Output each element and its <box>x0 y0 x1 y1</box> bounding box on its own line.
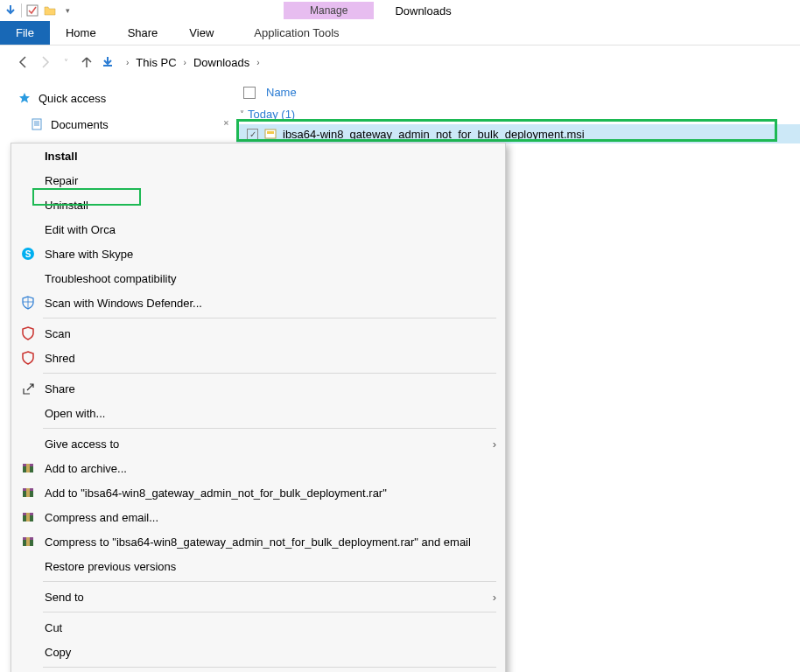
dropdown-caret-icon[interactable]: ▾ <box>60 4 74 18</box>
menu-label: Troubleshoot compatibility <box>45 272 496 285</box>
tab-home[interactable]: Home <box>50 21 112 45</box>
forward-button[interactable] <box>37 54 53 70</box>
group-today[interactable]: ˅ Today (1) <box>236 104 800 124</box>
svg-rect-17 <box>26 513 30 522</box>
context-menu: Install Repair Uninstall Edit with Orca … <box>11 143 506 672</box>
winrar-icon <box>20 534 36 550</box>
menu-label: Share <box>45 382 496 396</box>
menu-add-to-rar[interactable]: Add to "ibsa64-win8_gateway_admin_not_fo… <box>11 480 505 505</box>
file-name: ibsa64-win8_gateway_admin_not_for_bulk_d… <box>283 128 585 141</box>
chevron-right-icon[interactable]: › <box>126 58 129 67</box>
tab-view[interactable]: View <box>173 21 229 45</box>
menu-uninstall[interactable]: Uninstall <box>11 192 505 217</box>
menu-troubleshoot[interactable]: Troubleshoot compatibility <box>11 266 505 290</box>
menu-compress-email[interactable]: Compress and email... <box>11 505 505 529</box>
breadcrumb: › This PC › Downloads › <box>126 54 260 71</box>
winrar-icon <box>20 509 36 525</box>
menu-add-archive[interactable]: Add to archive... <box>11 456 505 480</box>
back-button[interactable] <box>16 54 32 70</box>
msi-file-icon <box>263 127 277 141</box>
menu-install[interactable]: Install <box>11 144 505 168</box>
svg-rect-11 <box>26 464 30 472</box>
up-button[interactable] <box>79 54 95 70</box>
file-checkbox[interactable]: ✓ <box>247 129 258 140</box>
column-name-header[interactable]: Name <box>266 86 297 99</box>
menu-share[interactable]: Share <box>11 376 505 401</box>
menu-label: Scan <box>45 327 496 340</box>
tab-application-tools[interactable]: Application Tools <box>238 21 354 45</box>
sidebar-item-label: Documents <box>51 118 109 131</box>
menu-shred[interactable]: Shred <box>11 346 505 370</box>
sidebar-quick-access[interactable]: Quick access <box>11 88 226 108</box>
download-folder-icon <box>100 54 116 70</box>
chevron-right-icon: › <box>493 438 496 451</box>
file-row[interactable]: ✓ ibsa64-win8_gateway_admin_not_for_bulk… <box>236 124 800 144</box>
menu-edit-orca[interactable]: Edit with Orca <box>11 217 505 242</box>
menu-copy[interactable]: Copy <box>11 640 505 664</box>
menu-label: Copy <box>45 646 496 659</box>
menu-label: Compress to "ibsa64-win8_gateway_admin_n… <box>45 536 496 549</box>
chevron-down-icon: ˅ <box>240 109 244 119</box>
svg-rect-14 <box>26 488 30 497</box>
chevron-right-icon[interactable]: › <box>184 58 186 67</box>
sidebar-item-label: Quick access <box>39 92 106 105</box>
menu-give-access[interactable]: Give access to › <box>11 431 505 456</box>
menu-separator <box>43 373 496 374</box>
menu-label: Shred <box>45 352 496 365</box>
skype-icon: S <box>20 246 36 262</box>
mcafee-icon <box>20 326 36 341</box>
breadcrumb-downloads[interactable]: Downloads <box>190 54 253 71</box>
star-icon <box>18 91 32 105</box>
menu-send-to[interactable]: Send to › <box>11 584 505 609</box>
menu-compress-to-email[interactable]: Compress to "ibsa64-win8_gateway_admin_n… <box>11 529 505 554</box>
menu-label: Repair <box>45 174 496 187</box>
share-icon <box>20 381 36 396</box>
menu-repair[interactable]: Repair <box>11 168 505 192</box>
chevron-right-icon[interactable]: › <box>256 58 259 67</box>
menu-label: Add to "ibsa64-win8_gateway_admin_not_fo… <box>45 486 496 500</box>
folder-icon <box>43 4 57 18</box>
menu-separator <box>43 318 496 318</box>
tab-share[interactable]: Share <box>112 21 174 45</box>
navigation-bar: ˅ › This PC › Downloads › <box>0 46 800 79</box>
menu-label: Scan with Windows Defender... <box>45 297 496 310</box>
checkbox-icon[interactable] <box>25 4 39 18</box>
document-icon <box>30 117 44 131</box>
menu-separator <box>43 667 496 668</box>
shield-icon <box>20 295 36 311</box>
group-label: Today (1) <box>248 108 295 121</box>
menu-cut[interactable]: Cut <box>11 615 505 640</box>
recent-dropdown-icon[interactable]: ˅ <box>58 54 74 70</box>
svg-rect-1 <box>32 119 41 130</box>
breadcrumb-this-pc[interactable]: This PC <box>132 54 179 71</box>
menu-label: Edit with Orca <box>45 223 496 236</box>
menu-separator <box>43 612 496 612</box>
menu-open-with[interactable]: Open with... <box>11 401 505 425</box>
ribbon-tabs: File Home Share View Application Tools <box>0 21 800 46</box>
menu-separator <box>43 428 496 429</box>
menu-separator <box>43 581 496 582</box>
menu-label: Cut <box>45 621 496 634</box>
menu-scan[interactable]: Scan <box>11 321 505 346</box>
winrar-icon <box>20 485 36 500</box>
winrar-icon <box>20 460 36 476</box>
menu-label: Share with Skype <box>45 248 496 261</box>
mcafee-icon <box>20 350 36 366</box>
menu-share-skype[interactable]: S Share with Skype <box>11 242 505 266</box>
window-title: Downloads <box>395 4 451 18</box>
tab-file[interactable]: File <box>0 21 50 45</box>
select-all-checkbox[interactable] <box>243 87 256 99</box>
menu-label: Send to <box>45 591 484 604</box>
menu-restore-versions[interactable]: Restore previous versions <box>11 554 505 578</box>
menu-label: Compress and email... <box>45 511 496 524</box>
chevron-right-icon: › <box>493 591 496 604</box>
menu-defender[interactable]: Scan with Windows Defender... <box>11 290 505 315</box>
manage-contextual-tab[interactable]: Manage <box>284 2 374 19</box>
title-bar: ▾ Manage Downloads <box>0 0 800 21</box>
menu-label: Install <box>45 150 496 163</box>
pin-icon[interactable] <box>221 120 229 129</box>
download-arrow-icon <box>4 4 18 18</box>
menu-label: Restore previous versions <box>45 560 496 573</box>
svg-text:S: S <box>25 249 32 259</box>
sidebar-documents[interactable]: Documents <box>23 114 226 135</box>
